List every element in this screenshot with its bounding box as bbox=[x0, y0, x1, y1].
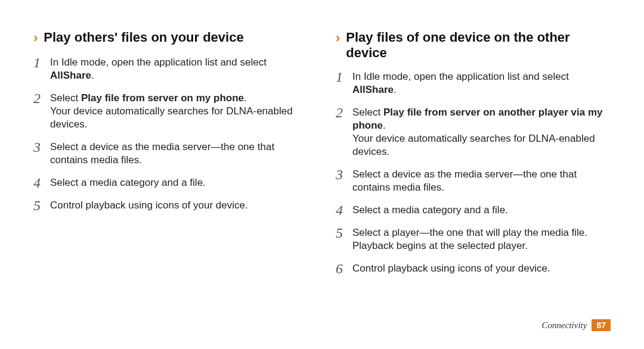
step-text: Select a device as the media server—the … bbox=[50, 141, 274, 166]
list-item: 1 In Idle mode, open the application lis… bbox=[336, 70, 611, 96]
step-text: Select a media category and a file. bbox=[352, 204, 508, 216]
left-heading-text: Play others' files on your device bbox=[44, 30, 243, 45]
left-column: › Play others' files on your device 1 In… bbox=[33, 30, 308, 337]
step-text: In Idle mode, open the application list … bbox=[50, 57, 267, 68]
step-body: Select a device as the media server—the … bbox=[352, 168, 611, 194]
step-number: 4 bbox=[336, 204, 352, 217]
columns: › Play others' files on your device 1 In… bbox=[33, 30, 611, 337]
step-number: 5 bbox=[336, 226, 352, 239]
step-text: In Idle mode, open the application list … bbox=[352, 71, 569, 82]
list-item: 3 Select a device as the media server—th… bbox=[33, 141, 308, 167]
step-sub: Your device automatically searches for D… bbox=[50, 105, 293, 130]
footer-section: Connectivity bbox=[542, 320, 587, 331]
list-item: 5 Control playback using icons of your d… bbox=[33, 199, 308, 212]
step-number: 3 bbox=[336, 168, 352, 181]
step-text: Select bbox=[50, 92, 81, 104]
step-sub: Your device automatically searches for D… bbox=[352, 133, 595, 157]
step-bold: Play file from server on my phone bbox=[81, 92, 244, 104]
page-number: 87 bbox=[592, 319, 611, 331]
list-item: 1 In Idle mode, open the application lis… bbox=[33, 56, 308, 82]
right-heading: › Play files of one device on the other … bbox=[336, 30, 611, 61]
list-item: 6 Control playback using icons of your d… bbox=[336, 262, 611, 275]
step-text: Select bbox=[352, 107, 383, 118]
left-heading: › Play others' files on your device bbox=[33, 30, 308, 46]
step-text: Select a player—the one that will play t… bbox=[352, 227, 587, 251]
step-number: 1 bbox=[33, 56, 50, 69]
list-item: 4 Select a media category and a file. bbox=[336, 204, 611, 217]
step-bold: AllShare bbox=[50, 70, 91, 81]
list-item: 3 Select a device as the media server—th… bbox=[336, 168, 611, 194]
right-column: › Play files of one device on the other … bbox=[336, 30, 611, 337]
step-number: 4 bbox=[33, 176, 50, 189]
list-item: 4 Select a media category and a file. bbox=[33, 176, 308, 189]
step-text: Control playback using icons of your dev… bbox=[50, 200, 248, 211]
step-body: In Idle mode, open the application list … bbox=[352, 70, 611, 96]
step-number: 3 bbox=[33, 141, 50, 154]
step-number: 1 bbox=[336, 70, 352, 83]
step-text: Select a device as the media server—the … bbox=[352, 169, 577, 193]
page-footer: Connectivity 87 bbox=[542, 319, 611, 331]
step-body: Control playback using icons of your dev… bbox=[352, 262, 611, 275]
list-item: 5 Select a player—the one that will play… bbox=[336, 226, 611, 253]
step-text: Select a media category and a file. bbox=[50, 177, 206, 188]
step-text: . bbox=[91, 70, 94, 81]
step-body: Select Play file from server on my phone… bbox=[50, 92, 308, 131]
step-number: 2 bbox=[33, 92, 50, 105]
step-text: Control playback using icons of your dev… bbox=[352, 263, 550, 274]
step-body: In Idle mode, open the application list … bbox=[50, 56, 308, 82]
step-body: Select a device as the media server—the … bbox=[50, 141, 308, 167]
step-number: 6 bbox=[336, 262, 352, 275]
step-body: Select Play file from server on another … bbox=[352, 106, 611, 158]
step-text: . bbox=[394, 84, 397, 95]
chevron-icon: › bbox=[336, 30, 340, 46]
step-body: Select a player—the one that will play t… bbox=[352, 226, 611, 253]
step-bold: AllShare bbox=[352, 84, 394, 95]
step-number: 2 bbox=[336, 106, 352, 119]
step-number: 5 bbox=[33, 199, 50, 212]
list-item: 2 Select Play file from server on anothe… bbox=[336, 106, 611, 158]
right-heading-text: Play files of one device on the other de… bbox=[346, 30, 611, 61]
step-body: Control playback using icons of your dev… bbox=[50, 199, 308, 212]
step-bold: Play file from server on another player … bbox=[352, 107, 603, 131]
step-body: Select a media category and a file. bbox=[352, 204, 611, 217]
step-text: . bbox=[383, 120, 386, 131]
step-body: Select a media category and a file. bbox=[50, 176, 308, 189]
chevron-icon: › bbox=[33, 30, 38, 46]
page: › Play others' files on your device 1 In… bbox=[0, 0, 644, 349]
list-item: 2 Select Play file from server on my pho… bbox=[33, 92, 308, 131]
step-text: . bbox=[244, 92, 247, 104]
